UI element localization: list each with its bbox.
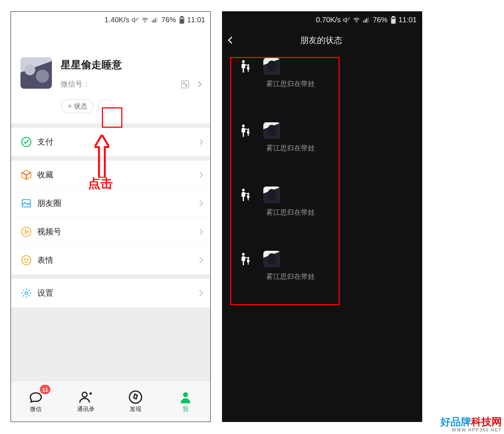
svg-rect-3 — [153, 19, 154, 22]
menu-moments[interactable]: 朋友圈 — [11, 189, 210, 218]
svg-line-19 — [347, 18, 350, 20]
watermark-part1: 好品牌 — [440, 416, 471, 427]
svg-point-1 — [145, 21, 145, 22]
person-icon — [178, 390, 193, 404]
svg-point-11 — [22, 227, 31, 236]
play-circle-icon — [21, 226, 32, 237]
clock: 11:01 — [398, 16, 417, 24]
menu-stickers[interactable]: 表情 — [11, 246, 210, 274]
pay-icon — [21, 137, 32, 147]
svg-line-0 — [136, 18, 138, 20]
signal-icon — [151, 16, 159, 24]
svg-point-17 — [130, 391, 142, 403]
net-speed: 1.40K/s — [104, 16, 129, 24]
battery-pct: 76% — [161, 16, 176, 24]
svg-rect-2 — [152, 20, 153, 22]
chevron-right-icon — [197, 200, 203, 206]
annotation-click-text: 点击 — [88, 175, 113, 192]
cube-icon — [21, 169, 32, 180]
plus-icon: + — [68, 103, 72, 110]
wifi-icon — [352, 16, 360, 24]
compass-icon — [128, 390, 143, 404]
chevron-right-icon — [196, 81, 202, 87]
tab-contacts[interactable]: 通讯录 — [61, 381, 111, 422]
friend-avatar — [263, 251, 280, 268]
battery-icon — [179, 16, 185, 24]
chevron-right-icon — [197, 139, 203, 145]
svg-rect-24 — [368, 17, 369, 22]
svg-rect-21 — [363, 20, 364, 22]
svg-rect-26 — [392, 16, 394, 17]
status-bar-left: 1.40K/s 76% 11:01 — [11, 12, 210, 28]
tab-me[interactable]: 我 — [161, 381, 211, 422]
chevron-right-icon — [197, 228, 203, 235]
battery-pct: 76% — [373, 16, 387, 24]
chevron-right-icon — [197, 257, 203, 264]
annotation-arrow — [95, 135, 109, 178]
clock: 11:01 — [187, 16, 205, 24]
chevron-right-icon — [197, 290, 203, 296]
tab-wechat[interactable]: 11 微信 — [11, 381, 61, 422]
tab-discover[interactable]: 发现 — [111, 381, 161, 422]
contacts-icon — [79, 390, 93, 404]
svg-rect-4 — [155, 18, 156, 23]
svg-point-16 — [82, 392, 87, 397]
svg-rect-5 — [156, 17, 157, 22]
watermark-part2: 科技网 — [471, 416, 502, 427]
svg-point-14 — [27, 259, 28, 260]
dark-header: 朋友的状态 — [222, 28, 422, 52]
mute-icon — [343, 16, 350, 24]
svg-rect-8 — [180, 19, 183, 23]
svg-point-20 — [356, 21, 357, 22]
wechat-id-label: 微信号： — [61, 79, 90, 89]
battery-icon — [390, 16, 396, 24]
qr-icon[interactable] — [181, 80, 189, 88]
gear-icon — [21, 288, 32, 299]
svg-rect-23 — [366, 18, 367, 23]
svg-rect-7 — [181, 16, 183, 17]
phone-left-me-tab: 1.40K/s 76% 11:01 星星偷走睡意 微信号： — [11, 11, 211, 422]
svg-point-13 — [24, 259, 26, 260]
chevron-right-icon — [197, 172, 203, 178]
watermark: 好品牌科技网 WWW.HPP360.NET — [440, 416, 502, 433]
status-pill-label: 状态 — [74, 102, 87, 111]
page-title: 朋友的状态 — [227, 35, 415, 46]
svg-point-12 — [22, 256, 31, 265]
tab-bar: 11 微信 通讯录 发现 我 — [11, 381, 210, 422]
add-status-button[interactable]: + 状态 — [61, 99, 93, 113]
status-icons — [343, 16, 370, 24]
avatar[interactable] — [20, 57, 52, 89]
annotation-box-list — [230, 57, 340, 305]
menu-settings[interactable]: 设置 — [11, 279, 210, 307]
status-bar-right: 0.70K/s 76% 11:01 — [222, 12, 422, 28]
annotation-box-dots — [102, 107, 122, 128]
menu-channels[interactable]: 视频号 — [11, 218, 210, 246]
svg-rect-27 — [392, 19, 394, 23]
badge-count: 11 — [40, 385, 50, 394]
friend-status-list: 雾江思归在带娃 雾江思归在带娃 雾江思归在带娃 雾江思归在带娃 — [222, 52, 422, 281]
friend-avatar — [263, 122, 280, 139]
signal-icon — [363, 16, 370, 24]
photo-icon — [21, 198, 32, 209]
friend-avatar — [263, 58, 280, 75]
status-icons — [131, 16, 159, 24]
svg-point-15 — [25, 292, 28, 295]
smile-icon — [21, 255, 32, 266]
mute-icon — [131, 16, 139, 24]
net-speed: 0.70K/s — [316, 16, 341, 24]
svg-rect-22 — [365, 19, 366, 22]
svg-point-18 — [183, 392, 188, 397]
menu-pay[interactable]: 支付 — [11, 128, 210, 156]
profile-name: 星星偷走睡意 — [61, 58, 201, 72]
friend-avatar — [263, 187, 280, 203]
wifi-icon — [141, 16, 149, 24]
watermark-url: WWW.HPP360.NET — [440, 428, 502, 433]
phone-right-friends-status: 0.70K/s 76% 11:01 朋友的状态 雾江思归在带娃 雾江思 — [222, 11, 422, 422]
